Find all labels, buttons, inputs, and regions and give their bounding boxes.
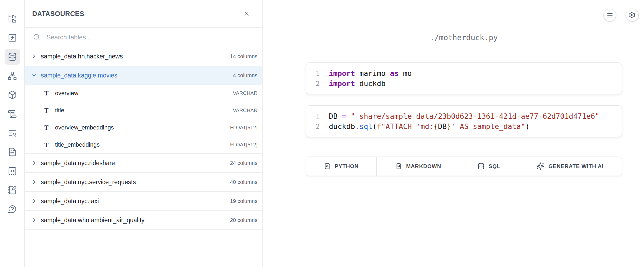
column-type-icon: T — [43, 141, 50, 148]
column-row[interactable]: Ttitle_embeddingsFLOAT[512] — [25, 136, 262, 153]
code-cell[interactable]: 1import marimo as mo2import duckdb — [306, 62, 622, 94]
table-row[interactable]: sample_data.nyc.service_requests40 colum… — [25, 173, 262, 191]
table-group: sample_data.nyc.service_requests40 colum… — [25, 173, 262, 192]
column-type: VARCHAR — [233, 107, 258, 113]
x-icon — [243, 10, 250, 17]
table-row[interactable]: sample_data.hn.hacker_news14 columns — [25, 47, 262, 66]
sidebar-item-documentation[interactable] — [5, 144, 20, 160]
message-question-icon — [8, 205, 17, 214]
file-text-icon — [8, 147, 17, 157]
column-type: FLOAT[512] — [230, 125, 257, 131]
column-type: VARCHAR — [233, 90, 258, 96]
column-type-icon: T — [43, 90, 50, 97]
column-count: 20 columns — [230, 217, 257, 223]
chevron-right-icon — [31, 179, 37, 185]
chevron-right-icon — [31, 198, 37, 204]
code-line: 2import duckdb — [306, 78, 622, 88]
column-row[interactable]: TtitleVARCHAR — [25, 102, 262, 119]
sidebar-item-variables[interactable] — [5, 30, 20, 46]
sidebar-item-datasources[interactable] — [5, 49, 20, 65]
table-name: sample_data.nyc.service_requests — [41, 179, 136, 186]
close-panel-button[interactable] — [243, 10, 250, 17]
notebook-filename: ./motherduck.py — [306, 33, 622, 42]
chevron-right-icon-wrap — [31, 179, 37, 185]
line-number: 2 — [306, 78, 324, 88]
network-icon — [8, 71, 17, 80]
add-cell-button-label: GENERATE WITH AI — [548, 163, 604, 169]
database-icon — [8, 52, 17, 61]
sidebar-item-scratchpad[interactable] — [5, 182, 20, 198]
code-square-icon — [324, 163, 331, 170]
line-number: 1 — [306, 111, 324, 121]
add-cell-button-label: SQL — [489, 163, 500, 169]
sidebar-item-tracing[interactable] — [5, 125, 20, 141]
table-name: sample_data.who.ambient_air_quality — [41, 217, 144, 224]
database-icon — [478, 163, 485, 170]
table-name: sample_data.nyc.rideshare — [41, 160, 115, 167]
table-row[interactable]: sample_data.kaggle.movies4 columns — [25, 66, 262, 85]
table-name: sample_data.kaggle.movies — [41, 72, 117, 79]
column-type-icon: T — [43, 124, 50, 131]
settings-button[interactable] — [626, 9, 639, 21]
chevron-right-icon — [31, 53, 37, 59]
add-cell-button-sql[interactable]: SQL — [460, 157, 518, 176]
add-cell-button-generate-with-ai[interactable]: GENERATE WITH AI — [518, 157, 622, 176]
chevron-right-icon — [31, 160, 37, 166]
code-square-dashed-icon — [8, 166, 17, 176]
markdown-square-icon — [395, 163, 402, 170]
panel-header: DATASOURCES — [25, 0, 262, 28]
table-row[interactable]: sample_data.who.ambient_air_quality20 co… — [25, 211, 262, 229]
column-row[interactable]: ToverviewVARCHAR — [25, 85, 262, 102]
chevron-down-icon — [31, 72, 37, 78]
sidebar-item-logs[interactable] — [5, 106, 20, 122]
line-number: 2 — [306, 121, 324, 131]
search-input[interactable] — [46, 33, 255, 41]
add-cell-button-label: MARKDOWN — [406, 163, 441, 169]
notebook-pen-icon — [8, 186, 17, 195]
code-cell[interactable]: 1DB = "_share/sample_data/23b0d623-1361-… — [306, 105, 622, 137]
add-cell-button-markdown[interactable]: MARKDOWN — [377, 157, 460, 176]
sidebar-item-packages[interactable] — [5, 87, 20, 103]
search-icon — [33, 34, 40, 41]
datasources-panel: DATASOURCES sample_data.hn.hacker_news14… — [25, 0, 263, 267]
code-line: 2duckdb.sql(f"ATTACH 'md:{DB}' AS sample… — [306, 121, 622, 131]
chevron-right-icon — [31, 217, 37, 223]
chevron-right-icon-wrap — [31, 198, 37, 204]
table-row[interactable]: sample_data.nyc.taxi19 columns — [25, 192, 262, 210]
activity-bar — [0, 0, 25, 267]
code-text: DB = "_share/sample_data/23b0d623-1361-4… — [324, 112, 599, 120]
menu-icon — [606, 12, 613, 19]
function-square-icon — [8, 33, 17, 42]
code-line: 1import marimo as mo — [306, 68, 622, 78]
chevron-right-icon-wrap — [31, 217, 37, 223]
sidebar-item-file-explorer[interactable] — [5, 11, 20, 27]
table-group: sample_data.nyc.taxi19 columns — [25, 192, 262, 211]
box-icon — [8, 90, 17, 99]
chevron-down-icon-wrap — [31, 72, 37, 78]
sidebar-item-help[interactable] — [5, 201, 20, 217]
chevron-right-icon-wrap — [31, 160, 37, 166]
add-cell-button-python[interactable]: PYTHON — [306, 157, 377, 176]
table-row[interactable]: sample_data.nyc.rideshare24 columns — [25, 154, 262, 172]
column-name: overview_embeddings — [55, 124, 114, 131]
column-count: 4 columns — [233, 72, 257, 79]
menu-button[interactable] — [603, 9, 616, 21]
column-type: FLOAT[512] — [230, 142, 257, 148]
sparkles-icon — [536, 162, 544, 170]
notebook-area: ./motherduck.py 1import marimo as mo2imp… — [263, 0, 644, 267]
sidebar-item-snippets[interactable] — [5, 163, 20, 179]
table-group: sample_data.hn.hacker_news14 columns — [25, 47, 262, 66]
chevron-right-icon-wrap — [31, 53, 37, 59]
column-count: 24 columns — [230, 160, 257, 166]
cells-container: 1import marimo as mo2import duckdb1DB = … — [306, 62, 622, 137]
search-bar — [25, 28, 262, 47]
line-number: 1 — [306, 68, 324, 78]
column-row[interactable]: Toverview_embeddingsFLOAT[512] — [25, 119, 262, 136]
scroll-text-icon — [8, 109, 17, 118]
sidebar-item-dependencies[interactable] — [5, 68, 20, 84]
table-group: sample_data.kaggle.movies4 columnsToverv… — [25, 66, 262, 154]
column-name: title_embeddings — [55, 141, 100, 148]
code-text: import marimo as mo — [324, 69, 412, 77]
search-icon — [33, 34, 40, 41]
table-group: sample_data.nyc.rideshare24 columns — [25, 154, 262, 173]
